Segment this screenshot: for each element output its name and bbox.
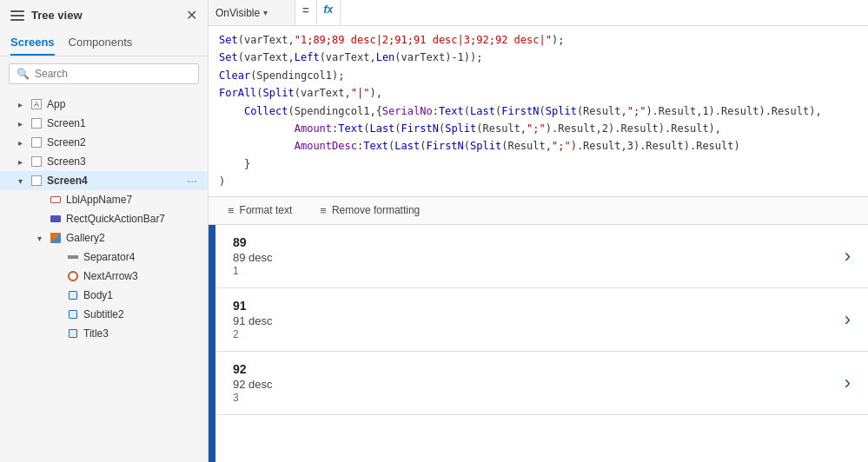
formula-multiline[interactable]: Set(varText,"1;89;89 desc|2;91;91 desc|3… <box>209 26 868 197</box>
gallery2-icon <box>49 231 63 245</box>
title3-icon <box>66 327 80 340</box>
formula-line8: } <box>219 155 858 173</box>
formula-line4: ForAll(Split(varText,"|"), <box>219 84 858 102</box>
tree-item-title3[interactable]: Title3 <box>0 324 208 343</box>
body1-icon <box>66 288 80 302</box>
item-label-gallery2: Gallery2 <box>66 232 201 244</box>
formula-bar: OnVisible ▾ = fx <box>209 0 868 26</box>
item-label-screen3: Screen3 <box>47 155 201 168</box>
remove-formatting-label: Remove formatting <box>332 204 420 216</box>
formula-line3: Clear(Spendingcol1); <box>219 67 858 84</box>
gallery-item-sub-2: 3 <box>233 392 845 404</box>
tree-item-subtitle2[interactable]: Subtitle2 <box>0 305 208 324</box>
item-label-title3: Title3 <box>83 327 201 340</box>
hamburger-icon[interactable] <box>10 10 24 21</box>
item-label-rectquickactionbar7: RectQuickActionBar7 <box>66 213 201 225</box>
tree-item-lblappname7[interactable]: LblAppName7 <box>0 190 208 209</box>
remove-formatting-icon: ≡ <box>320 204 327 217</box>
tree-item-gallery2[interactable]: Gallery2 <box>0 228 208 248</box>
sidebar-header-left: Tree view <box>10 9 83 22</box>
item-label-screen1: Screen1 <box>47 117 201 129</box>
tree-item-rectquickactionbar7[interactable]: RectQuickActionBar7 <box>0 209 208 228</box>
item-label-app: App <box>47 98 201 110</box>
tree-item-nextarrow3[interactable]: NextArrow3 <box>0 267 208 286</box>
gallery-list: 89 89 desc 1 › 91 91 desc 2 › <box>215 225 868 462</box>
search-input[interactable] <box>35 68 191 80</box>
expand-arrow-screen2 <box>14 138 26 148</box>
screen2-icon <box>30 135 43 149</box>
format-text-button[interactable]: ≡ Format text <box>222 201 297 221</box>
expand-arrow-screen1 <box>14 119 26 129</box>
search-icon: 🔍 <box>17 68 30 80</box>
gallery-item-title-1: 91 <box>233 299 845 313</box>
gallery-item-desc-1: 91 desc <box>233 314 845 327</box>
item-label-nextarrow3: NextArrow3 <box>83 270 201 282</box>
gallery-item-arrow-2: › <box>845 372 851 394</box>
event-label: OnVisible <box>215 7 260 19</box>
expand-arrow-gallery2 <box>33 234 45 243</box>
item-label-subtitle2: Subtitle2 <box>83 308 201 320</box>
item-label-lblappname7: LblAppName7 <box>66 194 201 206</box>
formula-line2: Set(varText,Left(varText,Len(varText)-1)… <box>219 49 858 66</box>
gallery-item-0[interactable]: 89 89 desc 1 › <box>215 225 868 288</box>
formula-fx-label: fx <box>317 0 341 25</box>
close-button[interactable]: ✕ <box>186 7 197 23</box>
screen3-icon <box>30 155 43 168</box>
remove-formatting-button[interactable]: ≡ Remove formatting <box>315 201 425 221</box>
gallery-item-title-2: 92 <box>233 362 845 376</box>
sidebar-header: Tree view ✕ <box>0 0 208 30</box>
formula-line7: AmountDesc:Text(Last(FirstN(Split(Result… <box>219 137 858 155</box>
expand-arrow-app <box>14 100 26 109</box>
nextarrow3-icon <box>66 269 80 283</box>
tree-item-app[interactable]: A App <box>0 95 208 114</box>
tree-item-screen1[interactable]: Screen1 <box>0 114 208 133</box>
gallery-item-content-1: 91 91 desc 2 <box>233 299 845 340</box>
tab-components[interactable]: Components <box>69 30 133 56</box>
formula-eq-symbol: = <box>295 0 317 25</box>
tab-screens[interactable]: Screens <box>10 30 55 56</box>
tree-item-body1[interactable]: Body1 <box>0 286 208 305</box>
formula-line1: Set(varText,"1;89;89 desc|2;91;91 desc|3… <box>219 31 858 49</box>
gallery-item-content-2: 92 92 desc 3 <box>233 362 845 404</box>
sidebar: Tree view ✕ Screens Components 🔍 A App S… <box>0 0 209 462</box>
item-label-body1: Body1 <box>83 289 201 301</box>
blue-accent-bar <box>209 225 215 462</box>
sidebar-title: Tree view <box>31 9 83 22</box>
expand-arrow-screen3 <box>14 157 26 167</box>
separator4-icon <box>66 250 80 264</box>
gallery-item-content-0: 89 89 desc 1 <box>233 235 845 277</box>
gallery-item-2[interactable]: 92 92 desc 3 › <box>215 352 868 415</box>
formula-line6: Amount:Text(Last(FirstN(Split(Result,";"… <box>219 120 858 137</box>
subtitle2-icon <box>66 307 80 321</box>
gallery-item-title-0: 89 <box>233 235 845 249</box>
formula-line5: Collect(Spendingcol1,{SerialNo:Text(Last… <box>219 102 858 120</box>
screen4-icon <box>30 174 43 188</box>
preview-panel: 89 89 desc 1 › 91 91 desc 2 › <box>209 225 868 462</box>
formula-event-selector[interactable]: OnVisible ▾ <box>209 0 295 25</box>
lblappname7-icon <box>49 193 63 207</box>
gallery-item-arrow-0: › <box>845 245 851 267</box>
gallery-item-desc-0: 89 desc <box>233 251 845 264</box>
tree-content: A App Screen1 Screen2 Screen3 Screen4 ··… <box>0 91 208 462</box>
screen1-icon <box>30 116 43 130</box>
more-options-button[interactable]: ··· <box>183 174 201 188</box>
gallery-item-desc-2: 92 desc <box>233 378 845 391</box>
rect-icon <box>49 212 63 226</box>
format-text-label: Format text <box>240 204 293 216</box>
tree-item-screen3[interactable]: Screen3 <box>0 152 208 171</box>
tabs-row: Screens Components <box>0 30 208 56</box>
search-box: 🔍 <box>9 63 199 84</box>
expand-arrow-screen4 <box>14 176 26 186</box>
preview-inner: 89 89 desc 1 › 91 91 desc 2 › <box>209 225 868 462</box>
tree-item-screen2[interactable]: Screen2 <box>0 133 208 152</box>
format-text-icon: ≡ <box>228 204 235 217</box>
gallery-item-sub-1: 2 <box>233 328 845 340</box>
gallery-item-1[interactable]: 91 91 desc 2 › <box>215 288 868 352</box>
app-icon: A <box>30 97 43 111</box>
tree-item-separator4[interactable]: Separator4 <box>0 248 208 267</box>
format-toolbar: ≡ Format text ≡ Remove formatting <box>209 197 868 225</box>
gallery-item-sub-0: 1 <box>233 265 845 277</box>
tree-item-screen4[interactable]: Screen4 ··· <box>0 171 208 190</box>
formula-content[interactable] <box>341 0 868 25</box>
chevron-down-icon: ▾ <box>263 8 268 17</box>
